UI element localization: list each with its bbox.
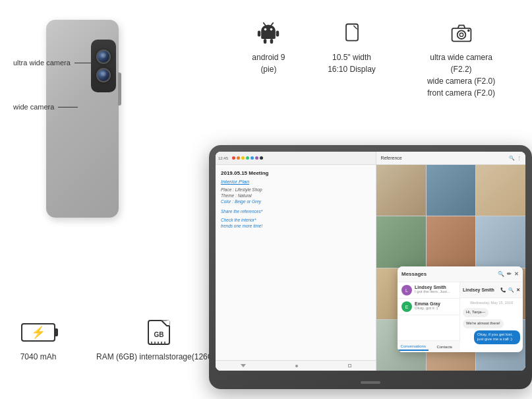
message-item-1[interactable]: L Lindsey Smith I got the item. Just... <box>398 282 459 299</box>
color-dot-orange[interactable] <box>237 156 240 160</box>
gallery-title: Reference <box>380 156 401 160</box>
recents-button[interactable] <box>348 364 351 367</box>
svg-rect-9 <box>270 39 274 44</box>
messages-list: L Lindsey Smith I got the item. Just... … <box>398 282 460 352</box>
color-dot-black[interactable] <box>260 156 263 160</box>
spec-display: 10.5" width 16:10 Display <box>328 20 376 75</box>
tab-conversations[interactable]: Conversations <box>398 343 429 351</box>
chat-date: Wednesday, May 15, 2019 <box>463 301 520 305</box>
bottom-specs: ⚡ 7040 mAh GB <box>20 319 222 363</box>
gallery-cell-4 <box>376 216 426 267</box>
message-item-2[interactable]: E Emma Gray Okay, got it :) <box>398 299 459 315</box>
messages-tabs: Conversations Contacts <box>398 340 460 352</box>
battery-label: 7040 mAh <box>20 351 57 363</box>
svg-point-3 <box>270 28 273 31</box>
gallery-header: Reference 🔍 ⋮ <box>376 152 525 165</box>
side-button <box>118 73 121 106</box>
note-content: 2019.05.15 Meeting Interior Plan Place :… <box>216 165 376 360</box>
android-line2: (pie) <box>260 65 276 74</box>
search-icon[interactable]: 🔍 <box>509 156 515 161</box>
camera-line1: ultra wide camera (F2.2) <box>430 53 492 74</box>
page-wrapper: ultra wide camera wide camera <box>0 0 532 399</box>
note-line2: Theme : Natural <box>221 193 370 198</box>
svg-point-15 <box>467 30 470 32</box>
messages-compose-icon[interactable]: ✏ <box>507 271 512 277</box>
tablet-home-indicator[interactable] <box>361 381 380 384</box>
svg-point-14 <box>459 33 463 36</box>
note-date: 2019.05.15 Meeting <box>221 170 370 176</box>
storage-icon: GB <box>142 319 176 346</box>
svg-rect-10 <box>346 24 358 41</box>
toolbar-color-dots <box>232 156 263 160</box>
note-line1: Place : Lifestyle Shop <box>221 187 370 192</box>
note-toolbar: 12:45 <box>216 152 376 165</box>
svg-point-2 <box>264 28 267 31</box>
gallery-cell-6 <box>476 216 525 267</box>
note-nav-bar <box>216 360 376 371</box>
chat-close-icon[interactable]: ✕ <box>516 288 520 293</box>
android-icon <box>252 20 284 46</box>
color-dot-yellow[interactable] <box>241 156 245 160</box>
chat-header-icons: 📞 🔍 ✕ <box>500 288 520 293</box>
color-dot-red[interactable] <box>232 156 235 160</box>
color-dot-green[interactable] <box>246 156 249 160</box>
messages-header-icons: 🔍 ✏ ✕ <box>498 271 519 277</box>
ultra-wide-text: ultra wide camera <box>13 58 71 67</box>
home-button[interactable] <box>295 365 298 367</box>
msg-preview-1: I got the item. Just... <box>415 290 456 293</box>
display-line1: 10.5" width <box>332 53 371 62</box>
tablet-screen-wrap: 12:45 2019.05.15 Meeting <box>209 145 532 399</box>
battery-spec: ⚡ 7040 mAh <box>20 319 57 363</box>
tab-contacts[interactable]: Contacts <box>429 344 460 350</box>
back-button[interactable] <box>241 364 246 367</box>
storage-label-text: RAM (6GB) internalstorage(126GB) <box>96 352 222 361</box>
messages-search-icon[interactable]: 🔍 <box>498 271 504 277</box>
chat-contact-name: Lindsey Smith <box>463 288 494 292</box>
svg-text:GB: GB <box>154 331 164 338</box>
battery-icon-wrapper: ⚡ <box>20 319 57 346</box>
gallery-panel: Reference 🔍 ⋮ <box>376 152 525 371</box>
gallery-header-icons: 🔍 ⋮ <box>509 156 521 161</box>
svg-rect-1 <box>262 30 276 39</box>
messages-title: Messages <box>401 271 427 277</box>
android-line1: android 9 <box>252 53 285 62</box>
storage-icon-wrapper: GB <box>140 319 177 346</box>
chat-phone-icon[interactable]: 📞 <box>500 288 506 293</box>
color-dot-purple[interactable] <box>255 156 258 160</box>
svg-line-11 <box>353 26 357 29</box>
chat-video-icon[interactable]: 🔍 <box>508 288 514 293</box>
contact-name-1: Lindsey Smith <box>415 285 456 290</box>
gallery-cell-2 <box>427 165 476 216</box>
wide-lens <box>96 68 111 82</box>
display-icon <box>336 20 368 46</box>
msg-content-1: Lindsey Smith I got the item. Just... <box>415 285 456 293</box>
note-line3: Color : Beige or Grey <box>221 199 370 204</box>
svg-rect-8 <box>264 39 267 44</box>
chat-panel: Lindsey Smith 📞 🔍 ✕ Wednesday, May 15, 2… <box>460 282 523 352</box>
note-app-panel: 12:45 2019.05.15 Meeting <box>216 152 376 371</box>
ultra-wide-lens <box>96 49 111 64</box>
svg-rect-6 <box>258 30 261 36</box>
wide-dash <box>58 107 78 107</box>
android-spec-text: android 9 (pie) <box>252 51 285 75</box>
contact-avatar-1: L <box>401 285 412 295</box>
gallery-cell-3 <box>476 165 525 216</box>
chat-body: Wednesday, May 15, 2019 Hi, Tanja— We're… <box>460 298 523 347</box>
note-line4: Share the references* <box>221 209 370 214</box>
msg-preview-2: Okay, got it :) <box>415 306 456 310</box>
color-dot-blue[interactable] <box>251 156 254 160</box>
messages-close-icon[interactable]: ✕ <box>514 271 519 277</box>
bubble-1: Hi, Tanja— <box>463 308 488 317</box>
gallery-cell-5 <box>427 216 476 267</box>
note-line5: Check the interior* <box>221 218 370 222</box>
tablet-rear-section: ultra wide camera wide camera <box>13 20 132 224</box>
wide-camera-text: wide camera <box>13 102 54 111</box>
menu-icon[interactable]: ⋮ <box>517 156 521 161</box>
note-subtitle: Interior Plan <box>221 179 370 185</box>
battery-icon: ⚡ <box>21 323 55 342</box>
contact-name-2: Emma Gray <box>415 301 456 306</box>
storage-spec: GB RAM (6GB) internalstorage(126GB) <box>96 319 222 363</box>
tablet-screen: 12:45 2019.05.15 Meeting <box>216 152 525 371</box>
camera-spec-text: ultra wide camera (F2.2) wide camera (F2… <box>419 51 504 99</box>
svg-line-5 <box>272 23 274 26</box>
